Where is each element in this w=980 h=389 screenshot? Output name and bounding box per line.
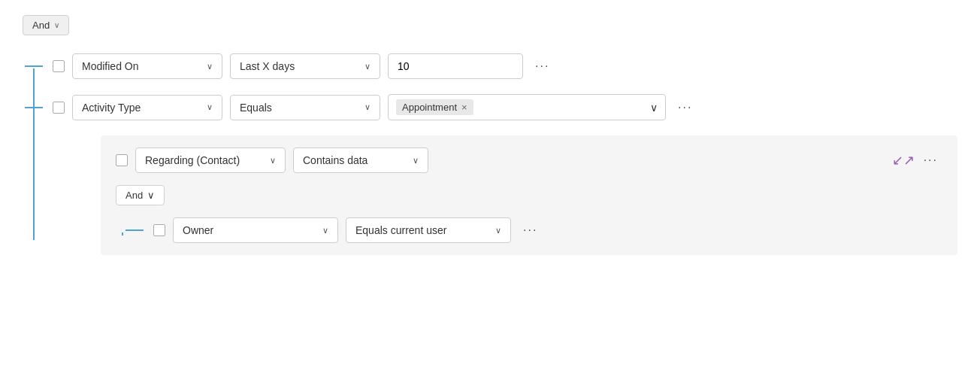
nested-sub-rows: Owner ∨ Equals current user ∨ ···: [116, 217, 942, 243]
nested-and-button[interactable]: And ∨: [116, 185, 165, 205]
regarding-field-label: Regarding (Contact): [145, 154, 240, 166]
filter-builder: And ∨ Modified On ∨ Last X days ∨ ···: [0, 0, 980, 285]
activity-type-operator-label: Equals: [240, 102, 272, 114]
top-and-chevron: ∨: [54, 21, 59, 29]
top-and-label: And: [32, 20, 50, 31]
activity-type-value-chevron: ∨: [650, 102, 658, 114]
nested-and-label: And: [126, 190, 143, 201]
activity-type-field-chevron: ∨: [207, 102, 213, 112]
condition-rows: Modified On ∨ Last X days ∨ ··· Activity…: [23, 53, 957, 263]
modified-on-operator-label: Last X days: [240, 60, 295, 72]
activity-type-field-dropdown[interactable]: Activity Type ∨: [72, 95, 222, 120]
activity-type-row: Activity Type ∨ Equals ∨ Appointment × ∨…: [23, 94, 957, 120]
owner-row: Owner ∨ Equals current user ∨ ···: [123, 217, 942, 243]
modified-on-operator-dropdown[interactable]: Last X days ∨: [230, 53, 380, 79]
regarding-more-button[interactable]: ···: [919, 150, 942, 170]
modified-on-operator-chevron: ∨: [364, 62, 371, 71]
appointment-tag-close[interactable]: ×: [461, 102, 467, 112]
owner-operator-dropdown[interactable]: Equals current user ∨: [346, 217, 511, 243]
nested-and-chevron: ∨: [147, 190, 155, 201]
activity-type-field-label: Activity Type: [82, 102, 141, 114]
regarding-checkbox[interactable]: [116, 154, 128, 166]
activity-type-operator-chevron: ∨: [364, 102, 371, 112]
owner-field-chevron: ∨: [322, 226, 328, 236]
regarding-row: Regarding (Contact) ∨ Contains data ∨ ↙↗…: [116, 147, 942, 173]
row2-connector: [23, 107, 45, 108]
regarding-operator-dropdown[interactable]: Contains data ∨: [293, 147, 428, 173]
regarding-field-chevron: ∨: [270, 156, 276, 166]
top-and-button[interactable]: And ∨: [23, 15, 69, 35]
owner-operator-label: Equals current user: [355, 224, 446, 236]
owner-connector: [123, 229, 146, 231]
regarding-operator-label: Contains data: [303, 154, 368, 166]
appointment-tag: Appointment ×: [396, 99, 473, 115]
modified-on-checkbox[interactable]: [53, 60, 65, 72]
nested-container: Regarding (Contact) ∨ Contains data ∨ ↙↗…: [101, 135, 957, 255]
regarding-actions: ↙↗ ···: [892, 150, 942, 170]
activity-type-value-container[interactable]: Appointment × ∨: [388, 94, 666, 120]
modified-on-field-dropdown[interactable]: Modified On ∨: [72, 53, 222, 79]
owner-operator-chevron: ∨: [495, 226, 501, 236]
activity-type-more-button[interactable]: ···: [673, 98, 697, 117]
owner-field-label: Owner: [183, 224, 213, 236]
regarding-field-dropdown[interactable]: Regarding (Contact) ∨: [135, 147, 286, 173]
owner-field-dropdown[interactable]: Owner ∨: [173, 217, 338, 243]
activity-type-checkbox[interactable]: [53, 102, 65, 114]
modified-on-field-label: Modified On: [82, 60, 138, 72]
collapse-icon[interactable]: ↙↗: [892, 152, 915, 169]
activity-type-operator-dropdown[interactable]: Equals ∨: [230, 95, 380, 120]
appointment-tag-label: Appointment: [402, 102, 457, 113]
owner-line: [126, 229, 144, 231]
row1-connector: [23, 65, 45, 67]
row1-line: [25, 65, 43, 67]
owner-checkbox[interactable]: [153, 224, 165, 236]
modified-on-more-button[interactable]: ···: [531, 56, 554, 76]
modified-on-value-input[interactable]: [388, 53, 523, 79]
nested-block-wrapper: Regarding (Contact) ∨ Contains data ∨ ↙↗…: [56, 135, 957, 263]
modified-on-row: Modified On ∨ Last X days ∨ ···: [23, 53, 957, 79]
modified-on-field-chevron: ∨: [207, 62, 213, 71]
owner-more-button[interactable]: ···: [519, 220, 542, 240]
row2-line: [25, 107, 43, 108]
regarding-operator-chevron: ∨: [413, 156, 419, 166]
